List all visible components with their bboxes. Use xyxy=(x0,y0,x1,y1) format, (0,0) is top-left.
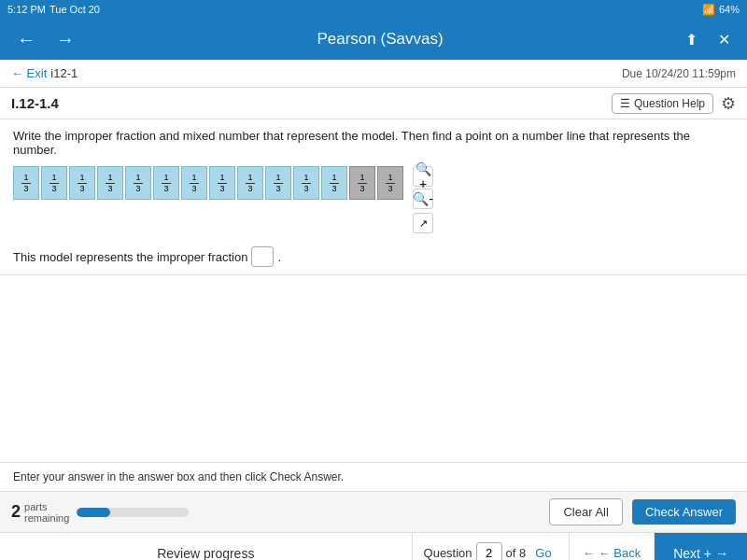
question-id: I.12-1.4 xyxy=(11,95,59,111)
fraction-cell: 13 xyxy=(293,166,319,200)
wifi-icon: 📶 xyxy=(702,4,715,16)
progress-bar-container xyxy=(77,508,189,517)
fraction-input-label: This model represents the improper fract… xyxy=(13,250,247,264)
instruction-footer-text: Enter your answer in the answer box and … xyxy=(13,470,344,483)
question-help-button[interactable]: ☰ Question Help xyxy=(612,93,713,114)
fraction-cell: 13 xyxy=(13,166,39,200)
question-nav-label: Question xyxy=(424,546,472,560)
answer-input-box[interactable] xyxy=(251,246,274,267)
back-label: ← Back xyxy=(599,546,641,560)
fraction-cell: 13 xyxy=(41,166,67,200)
zoom-controls: 🔍+ 🔍- ↗ xyxy=(413,166,433,233)
fraction-cell: 13 xyxy=(153,166,179,200)
review-progress-button[interactable]: Review progress xyxy=(0,533,413,560)
progress-bar-fill xyxy=(77,508,110,517)
fraction-cell: 13 xyxy=(69,166,95,200)
parts-remaining-section: 2 parts remaining xyxy=(11,501,189,524)
settings-button[interactable]: ⚙ xyxy=(721,93,736,114)
back-history-button[interactable]: ← xyxy=(11,25,41,54)
parts-count: 2 xyxy=(11,502,21,522)
next-button[interactable]: Next + → xyxy=(655,533,747,560)
content-body xyxy=(0,275,747,462)
fraction-cell: 13 xyxy=(265,166,291,200)
bottom-bar: 2 parts remaining Clear All Check Answer xyxy=(0,491,747,532)
fraction-cell: 13 xyxy=(237,166,263,200)
next-label: Next + xyxy=(673,546,712,561)
nav-footer: Review progress Question of 8 Go ← ← Bac… xyxy=(0,532,747,560)
fraction-cell: 13 xyxy=(209,166,235,200)
parts-label-line2: remaining xyxy=(24,512,69,524)
question-nav: Question of 8 Go xyxy=(413,533,570,560)
parts-label-line1: parts xyxy=(24,501,69,512)
question-number-input[interactable] xyxy=(476,542,502,561)
share-button[interactable]: ⬆ xyxy=(680,27,703,52)
status-bar: 5:12 PM Tue Oct 20 📶 64% xyxy=(0,0,747,19)
exit-button[interactable]: ← Exit xyxy=(11,66,47,80)
status-day: Tue Oct 20 xyxy=(49,4,100,15)
back-arrow-icon: ← xyxy=(583,546,595,560)
fraction-cell: 13 xyxy=(181,166,207,200)
question-header: I.12-1.4 ☰ Question Help ⚙ xyxy=(0,88,747,119)
go-button[interactable]: Go xyxy=(529,546,557,560)
fraction-grid: 13 13 13 13 13 13 13 13 13 13 13 13 13 1… xyxy=(13,166,403,200)
due-date: Due 10/24/20 11:59pm xyxy=(622,67,736,80)
fraction-cell: 13 xyxy=(97,166,123,200)
instruction-text: Write the improper fraction and mixed nu… xyxy=(13,129,734,157)
list-icon: ☰ xyxy=(620,97,630,110)
fraction-cell: 13 xyxy=(321,166,347,200)
battery-level: 64% xyxy=(719,4,740,15)
clear-all-button[interactable]: Clear All xyxy=(549,498,622,525)
fraction-cell: 13 xyxy=(125,166,151,200)
fraction-area: 13 13 13 13 13 13 13 13 13 13 13 13 13 1… xyxy=(13,166,734,233)
fraction-cell-gray: 13 xyxy=(349,166,375,200)
check-answer-button[interactable]: Check Answer xyxy=(632,499,736,525)
question-id-breadcrumb: i12-1 xyxy=(50,66,78,80)
status-time: 5:12 PM xyxy=(7,4,46,15)
zoom-in-button[interactable]: 🔍+ xyxy=(413,166,433,187)
zoom-out-button[interactable]: 🔍- xyxy=(413,189,433,209)
next-arrow-icon: → xyxy=(715,546,728,561)
period: . xyxy=(277,250,281,264)
main-content: Write the improper fraction and mixed nu… xyxy=(0,119,747,275)
of-label: of 8 xyxy=(506,546,527,560)
fraction-cell-gray: 13 xyxy=(377,166,403,200)
app-title: Pearson (Savvas) xyxy=(317,30,443,49)
external-link-button[interactable]: ↗ xyxy=(413,213,433,233)
back-button[interactable]: ← ← Back xyxy=(570,533,655,560)
breadcrumb-bar: ← Exit i12-1 Due 10/24/20 11:59pm xyxy=(0,60,747,88)
forward-history-button[interactable]: → xyxy=(50,25,80,54)
instruction-footer: Enter your answer in the answer box and … xyxy=(0,462,747,491)
close-button[interactable]: ✕ xyxy=(712,27,736,52)
top-nav: ← → Pearson (Savvas) ⬆ ✕ xyxy=(0,19,747,60)
fraction-input-row: This model represents the improper fract… xyxy=(13,246,734,267)
